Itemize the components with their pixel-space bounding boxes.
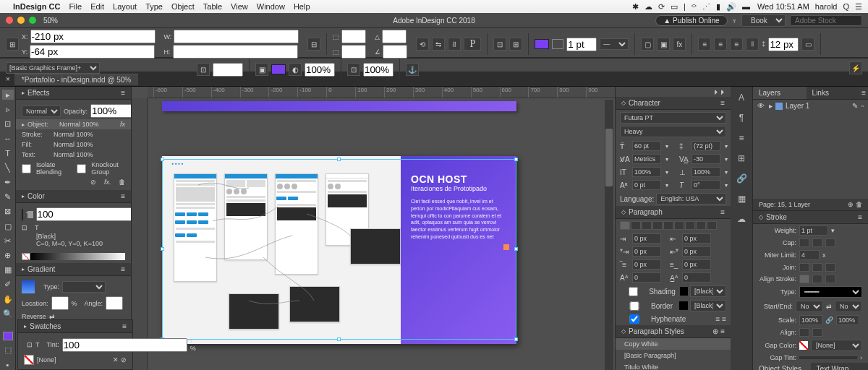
cc-lib-panel-icon[interactable]: ☁: [735, 212, 748, 225]
object-styles-tab[interactable]: Object Styles: [753, 363, 811, 370]
align-outside[interactable]: [825, 275, 835, 283]
cap-round[interactable]: [812, 238, 822, 247]
join-miter[interactable]: [799, 263, 809, 272]
pages-panel-icon[interactable]: ⊞: [735, 152, 748, 165]
space-before[interactable]: [632, 259, 661, 270]
align-center[interactable]: [799, 275, 809, 283]
menu-help[interactable]: Help: [294, 2, 310, 11]
spotlight-icon[interactable]: Q: [843, 2, 849, 11]
opacity-input[interactable]: [90, 104, 132, 118]
color-panel-header[interactable]: ▸Color≡: [16, 190, 131, 203]
justify-left-btn[interactable]: [652, 221, 663, 230]
swatches-header[interactable]: ▸Swatches≡: [18, 320, 132, 333]
menu-icon[interactable]: ☰: [855, 2, 862, 12]
gradient-location[interactable]: [51, 296, 69, 310]
pen-icon[interactable]: ✎: [852, 102, 858, 110]
volume-icon[interactable]: 🔊: [726, 2, 736, 12]
gap-tint-slider[interactable]: [799, 356, 857, 359]
flag-icon[interactable]: ▬: [742, 2, 750, 11]
help-icon[interactable]: ♀: [732, 17, 738, 25]
menubar-user[interactable]: harold: [815, 2, 838, 11]
dropcap-chars[interactable]: [682, 272, 711, 283]
hscale-field[interactable]: [692, 167, 720, 177]
swatch-tint[interactable]: [62, 338, 187, 352]
leading-field[interactable]: [692, 141, 720, 151]
sync-icon[interactable]: ⟳: [658, 2, 665, 12]
pencil-tool[interactable]: ✎: [2, 192, 14, 202]
doc-zoom-field[interactable]: [363, 63, 393, 77]
stroke-panel-header[interactable]: ◇Stroke≡: [753, 211, 868, 224]
kerning-field[interactable]: [632, 154, 661, 164]
shading-color-dd[interactable]: [Black]: [690, 285, 726, 297]
knockout-group-cb[interactable]: [77, 164, 86, 173]
minimize-window[interactable]: [17, 17, 25, 24]
scale-start[interactable]: [799, 315, 822, 325]
anchor-icon[interactable]: ⚓: [406, 63, 419, 76]
color-fill-proxy[interactable]: [22, 209, 23, 220]
menu-type[interactable]: Type: [145, 2, 163, 11]
tracking-field[interactable]: [692, 154, 720, 164]
rotate-ccw-icon[interactable]: ⟲: [416, 38, 429, 51]
selection-tool[interactable]: ▸: [2, 90, 14, 100]
text-wrap-tab[interactable]: Text Wrap: [811, 363, 869, 370]
dropcap-lines[interactable]: [632, 272, 661, 283]
para-align-icons[interactable]: ≡ ≡: [716, 315, 726, 323]
clear-fx-icon[interactable]: ⊘: [90, 178, 96, 186]
hand-tool[interactable]: ✋: [2, 294, 14, 304]
opacity-icon[interactable]: ◐: [289, 63, 302, 76]
align-inside[interactable]: [812, 275, 822, 283]
para-panel-icon[interactable]: ¶: [735, 111, 748, 124]
quick-apply-icon[interactable]: ⚡: [849, 61, 862, 74]
fill-chip[interactable]: [535, 39, 549, 49]
evernote-icon[interactable]: ✱: [632, 2, 639, 12]
zoom-tool[interactable]: 🔍: [2, 309, 14, 319]
display-icon[interactable]: ▭: [671, 2, 678, 12]
x-field[interactable]: [30, 30, 156, 43]
last-line-indent[interactable]: [682, 246, 711, 257]
pstyle-item[interactable]: [Basic Paragraph]: [616, 350, 731, 361]
zoom-window[interactable]: [29, 17, 36, 24]
font-weight-dd[interactable]: Heavy: [620, 126, 726, 137]
effects-panel-header[interactable]: ▸Effects≡: [16, 87, 131, 100]
space-after[interactable]: [682, 259, 711, 270]
line-tool[interactable]: ╲: [2, 163, 14, 173]
close-window[interactable]: [6, 17, 13, 24]
character-panel-header[interactable]: ◇Character≡: [616, 97, 731, 110]
doc-tab[interactable]: *Portafolio - inDesign.indd @ 50%: [14, 74, 138, 85]
join-bevel[interactable]: [825, 263, 835, 272]
justify-all-btn[interactable]: [685, 221, 695, 230]
corner-field[interactable]: [213, 63, 243, 77]
font-size-field[interactable]: [632, 141, 661, 151]
trash-icon[interactable]: 🗑: [119, 178, 125, 186]
fit-frame-icon[interactable]: ⊡: [347, 63, 360, 76]
border-cb[interactable]: [620, 301, 649, 311]
cap-butt[interactable]: [799, 238, 809, 247]
swatches-panel-icon[interactable]: ▦: [735, 192, 748, 205]
new-layer-icon[interactable]: ⊕ 🗑: [848, 201, 862, 208]
styles-panel-icon[interactable]: ≡: [735, 132, 748, 145]
free-transform-tool[interactable]: ⊕: [2, 250, 14, 260]
page-tool[interactable]: ⊡: [2, 119, 14, 129]
toward-spine-btn[interactable]: [707, 221, 717, 230]
menu-edit[interactable]: Edit: [90, 2, 104, 11]
menu-window[interactable]: Window: [257, 2, 285, 11]
join-round[interactable]: [812, 263, 822, 272]
textwrap-bound-icon[interactable]: ▣: [657, 38, 670, 51]
w-field[interactable]: [174, 30, 299, 43]
pstyle-item[interactable]: Copy White: [616, 338, 731, 350]
distribute-icon[interactable]: ⦀: [746, 38, 759, 51]
tint-input[interactable]: [36, 207, 132, 221]
align-left-btn[interactable]: [620, 221, 630, 230]
effects-icon[interactable]: fx: [673, 38, 686, 51]
skew-field[interactable]: [692, 180, 720, 190]
stroke-style-dd[interactable]: —: [600, 38, 629, 50]
ref-point-proxy[interactable]: ⊞: [6, 38, 19, 51]
default-fill-stroke[interactable]: ⬚: [2, 345, 14, 355]
justify-right-btn[interactable]: [674, 221, 684, 230]
scale-y[interactable]: [341, 45, 366, 59]
fx-icon[interactable]: fx.: [104, 178, 111, 186]
right-indent[interactable]: [682, 233, 711, 244]
align-left-icon[interactable]: ≡: [698, 38, 711, 51]
menu-file[interactable]: File: [69, 2, 82, 11]
align-center-btn[interactable]: [631, 221, 641, 230]
